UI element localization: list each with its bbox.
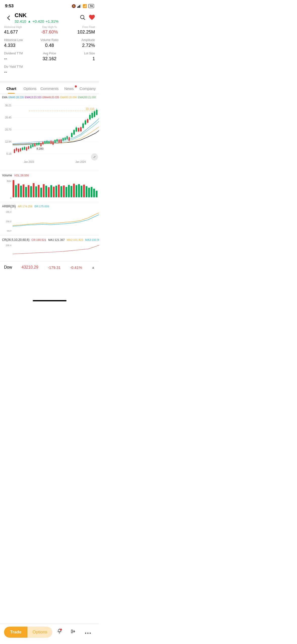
ticker-block: CNK 32.410 ▲ +0.420 +1.31% — [13, 12, 80, 23]
wifi-icon: 📶 — [83, 4, 87, 8]
svg-rect-128 — [81, 186, 82, 197]
stat-historical-high: Historical High 41.677 — [4, 25, 34, 35]
svg-rect-133 — [93, 189, 95, 197]
stat-value-day-high: -87.60% — [34, 29, 64, 35]
toolbar-spacer — [0, 273, 99, 296]
stat-amplitude: Amplitude 2.72% — [65, 38, 95, 48]
svg-rect-105 — [23, 184, 24, 197]
cr-value: CR:190.521 — [31, 238, 46, 241]
header-actions — [80, 15, 95, 21]
ema48-label: EMA48:20.035 — [42, 96, 59, 99]
svg-text:Jan 2023: Jan 2023 — [24, 160, 34, 163]
svg-text:186.3: 186.3 — [6, 211, 11, 213]
svg-text:36.21: 36.21 — [5, 104, 11, 107]
svg-rect-134 — [96, 191, 97, 197]
svg-rect-115 — [48, 187, 50, 197]
svg-rect-122 — [65, 187, 67, 197]
volume-title-row: Volume VOL:28.556 — [0, 173, 99, 178]
svg-text:130.0: 130.0 — [6, 220, 11, 223]
chart-section: EMA EMA5:28.226 EMA13:23.333 EMA48:20.03… — [0, 94, 99, 261]
svg-rect-110 — [35, 186, 37, 197]
svg-rect-132 — [91, 187, 92, 197]
svg-rect-130 — [86, 186, 87, 197]
svg-rect-131 — [88, 188, 90, 197]
price-pct-change: +1.31% — [46, 19, 58, 23]
stat-label-hist-low: Historical Low — [4, 38, 34, 42]
market-price: 43210.29 — [22, 265, 39, 270]
tab-options[interactable]: Options — [21, 83, 39, 94]
home-bar — [33, 300, 67, 301]
stat-label-free-float: Free Float — [65, 25, 95, 28]
cr-ma2: MA2:101.823 — [67, 238, 83, 241]
svg-text:5.18: 5.18 — [7, 152, 12, 155]
arbr-br-value: BR:175.009 — [35, 205, 49, 208]
price-row: 32.410 ▲ +0.420 +1.31% — [15, 19, 80, 23]
stats-row-1: Historical High 41.677 Day High % -87.60… — [4, 25, 95, 35]
status-time: 9:53 — [5, 4, 14, 9]
svg-rect-111 — [38, 185, 40, 197]
stat-value-hist-low: 4.333 — [4, 43, 34, 48]
cr-title-row: CR(26,5,10,20,60,6) CR:190.521 MA1:121.3… — [0, 237, 99, 243]
svg-text:⤢: ⤢ — [93, 155, 96, 159]
stats-section: Historical High 41.677 Day High % -87.60… — [0, 25, 99, 81]
svg-line-1 — [84, 18, 85, 20]
svg-text:20.70: 20.70 — [5, 128, 11, 131]
stat-label-day-high: Day High % — [34, 25, 64, 28]
ema50-label: EMA50:20.094 — [60, 96, 77, 99]
tab-chart-label: Chart — [6, 86, 16, 91]
svg-text:28.45: 28.45 — [5, 116, 11, 119]
favorite-button[interactable] — [89, 15, 95, 21]
stat-historical-low: Historical Low 4.333 — [4, 38, 34, 48]
volume-section: Volume VOL:28.556 80M 0 — [0, 171, 99, 202]
stat-label-vol-ratio: Volume Ratio — [34, 38, 64, 42]
market-bar[interactable]: Dow 43210.29 -179.31 -0.41% ▲ — [0, 261, 99, 273]
signal-bars — [77, 4, 81, 8]
svg-rect-129 — [83, 185, 85, 197]
volume-chart-svg: 80M 0 — [0, 178, 99, 201]
svg-rect-109 — [33, 183, 35, 197]
tab-comments[interactable]: Comments — [39, 83, 60, 94]
svg-text:12.94: 12.94 — [5, 140, 11, 143]
stat-value-lot-size: 1 — [65, 56, 95, 61]
stat-label-div-ttm: Dividend TTM — [4, 52, 34, 55]
ema-labels: EMA EMA5:28.226 EMA13:23.333 EMA48:20.03… — [0, 96, 99, 100]
svg-text:Jan 2024: Jan 2024 — [75, 160, 86, 163]
tab-news[interactable]: News — [60, 83, 78, 94]
news-badge — [75, 85, 77, 87]
svg-rect-108 — [30, 186, 32, 197]
stat-value-free-float: 102.25M — [65, 29, 95, 35]
arbr-section: ARBR(26) AR:174.258 BR:175.009 186.3 130… — [0, 202, 99, 235]
cr-ma3: MA3:100.906 — [85, 238, 99, 241]
svg-rect-125 — [73, 184, 75, 197]
chevron-up-icon: ▲ — [91, 265, 95, 269]
tab-chart[interactable]: Chart — [2, 83, 21, 94]
svg-rect-112 — [40, 188, 42, 197]
svg-rect-116 — [50, 185, 52, 197]
search-button[interactable] — [80, 15, 85, 21]
stat-dividend-ttm: Dividend TTM -- — [4, 52, 34, 61]
ticker-symbol: CNK — [15, 12, 80, 19]
svg-text:80M: 80M — [7, 180, 11, 182]
stat-lot-size: Lot Size 1 — [65, 52, 95, 61]
svg-text:205.4: 205.4 — [6, 244, 11, 247]
back-button[interactable] — [4, 13, 13, 22]
stat-volume-ratio: Volume Ratio 0.48 — [34, 38, 64, 48]
arbr-chart-svg: 186.3 130.0 73.7 — [0, 209, 99, 234]
market-change: -179.31 — [48, 265, 61, 270]
stats-row-2: Historical Low 4.333 Volume Ratio 0.48 A… — [4, 38, 95, 48]
home-indicator — [0, 296, 99, 303]
arbr-title-row: ARBR(26) AR:174.258 BR:175.009 — [0, 204, 99, 209]
market-pct-change: -0.41% — [70, 265, 82, 270]
market-name: Dow — [4, 265, 12, 270]
stat-avg-price: Avg Price 32.162 — [34, 52, 64, 61]
tab-company[interactable]: Company — [78, 83, 97, 94]
price-arrow-icon: ▲ — [28, 19, 31, 23]
stat-value-vol-ratio: 0.48 — [34, 43, 64, 48]
svg-rect-118 — [55, 186, 57, 197]
svg-rect-120 — [60, 186, 62, 197]
stat-value-div-ttm: -- — [4, 56, 34, 61]
current-price: 32.410 — [15, 19, 26, 23]
svg-rect-121 — [63, 185, 65, 197]
cr-ma1: MA1:121.367 — [48, 238, 64, 241]
stat-value-hist-high: 41.677 — [4, 29, 34, 35]
